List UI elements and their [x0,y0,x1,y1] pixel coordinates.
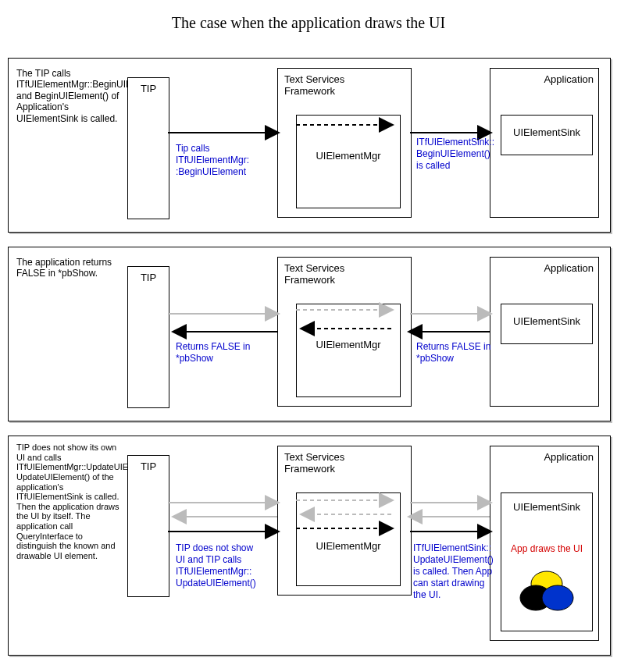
panel-3-note-left: TIP does not show UI and TIP calls ITfUI… [176,542,269,589]
panel-2-note-right: Returns FALSE in *pbShow [416,341,502,364]
panel-1-arrows [9,59,610,232]
panel-1: The TIP calls ITfUIElementMgr::BeginUIEl… [8,58,611,233]
diagram-title: The case when the application draws the … [0,14,617,32]
panel-3-note-right: ITfUIElementSink:: UpdateUIElement() is … [413,542,501,601]
panel-1-note-right: ITfUIElementSink:: BeginUIElement() is c… [416,137,502,172]
panel-2: The application returns FALSE in *pbShow… [8,247,611,421]
panel-2-arrows [9,247,610,421]
panel-1-note-left: Tip calls ITfUIElementMgr: :BeginUIEleme… [176,143,269,178]
panel-2-note-left: Returns FALSE in *pbShow [176,341,269,364]
panel-3: TIP does not show its own UI and calls I… [8,436,611,656]
panel-3-arrows [9,436,610,655]
